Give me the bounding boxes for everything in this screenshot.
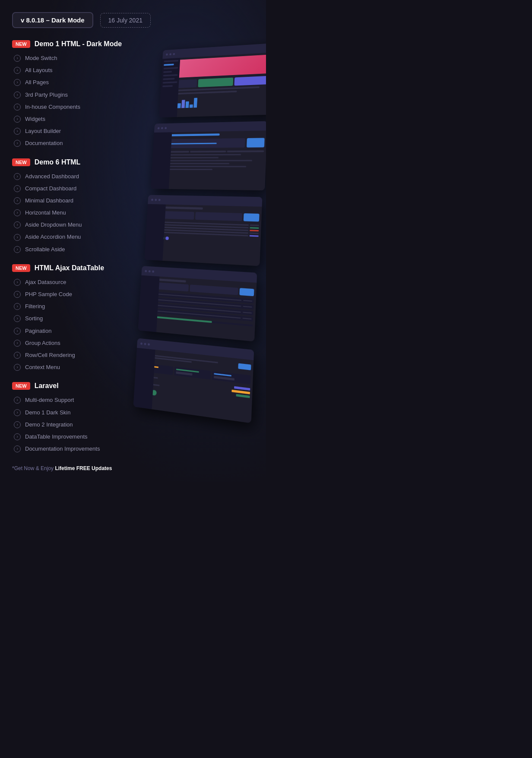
- section-header-datatable: New HTML Ajax DataTable: [12, 264, 133, 272]
- menu-item[interactable]: Layout Builder: [14, 125, 133, 137]
- new-badge-datatable: New: [12, 264, 30, 272]
- menu-item[interactable]: Filtering: [14, 300, 133, 313]
- screenshot-panel-5: [133, 338, 254, 423]
- section-header-demo1: New Demo 1 HTML - Dark Mode: [12, 40, 133, 48]
- menu-item[interactable]: All Pages: [14, 76, 133, 88]
- menu-item-label: Compact Dashboard: [25, 185, 76, 193]
- menu-item[interactable]: In-house Components: [14, 101, 133, 113]
- menu-item[interactable]: DataTable Improvements: [14, 431, 133, 443]
- menu-list-demo6: Advanced Dashboard Compact Dashboard Min…: [12, 171, 133, 256]
- menu-item[interactable]: Demo 2 Integration: [14, 419, 133, 431]
- menu-item-label: Group Actions: [25, 339, 60, 347]
- menu-item[interactable]: Documentation Improvements: [14, 443, 133, 455]
- menu-item[interactable]: Mode Switch: [14, 52, 133, 64]
- menu-item-label: All Layouts: [25, 66, 53, 74]
- chevron-icon: [14, 303, 21, 310]
- new-badge-demo6: New: [12, 158, 30, 166]
- menu-item-label: Documentation: [25, 139, 63, 147]
- menu-item[interactable]: Scrollable Aside: [14, 243, 133, 256]
- new-badge-demo1: New: [12, 40, 30, 48]
- menu-item[interactable]: All Layouts: [14, 64, 133, 76]
- section-title-demo6: Demo 6 HTML: [35, 158, 81, 166]
- menu-item-label: Mode Switch: [25, 54, 57, 62]
- chevron-icon: [14, 79, 21, 86]
- chevron-icon: [14, 291, 21, 298]
- chevron-icon: [14, 279, 21, 286]
- right-panel: [142, 40, 254, 411]
- screenshot-panel-1: [159, 43, 266, 118]
- menu-item-label: Aside Dropdown Menu: [25, 221, 82, 229]
- menu-item[interactable]: Multi-demo Support: [14, 394, 133, 406]
- menu-item-label: Advanced Dashboard: [25, 173, 79, 180]
- chevron-icon: [14, 315, 21, 322]
- menu-item[interactable]: Row/Cell Rendering: [14, 349, 133, 361]
- section-datatable: New HTML Ajax DataTable Ajax Datasource …: [12, 264, 133, 374]
- menu-item-label: 3rd Party Plugins: [25, 91, 68, 99]
- menu-item[interactable]: Aside Accordion Menu: [14, 231, 133, 243]
- main-layout: New Demo 1 HTML - Dark Mode Mode Switch …: [12, 40, 254, 471]
- chevron-icon: [14, 234, 21, 241]
- footer-text: *Get Now & Enjoy Lifetime FREE Updates: [12, 465, 133, 471]
- menu-item[interactable]: Demo 1 Dark Skin: [14, 407, 133, 419]
- chevron-icon: [14, 209, 21, 216]
- menu-item[interactable]: Minimal Dashboard: [14, 195, 133, 207]
- menu-item-label: Layout Builder: [25, 127, 61, 135]
- menu-item[interactable]: Pagination: [14, 325, 133, 337]
- new-badge-laravel: New: [12, 382, 30, 390]
- menu-list-laravel: Multi-demo Support Demo 1 Dark Skin Demo…: [12, 394, 133, 455]
- menu-item-label: Sorting: [25, 315, 43, 322]
- menu-item-label: In-house Components: [25, 103, 80, 111]
- menu-item[interactable]: Ajax Datasource: [14, 276, 133, 288]
- chevron-icon: [14, 55, 21, 62]
- chevron-icon: [14, 409, 21, 416]
- menu-list-datatable: Ajax Datasource PHP Sample Code Filterin…: [12, 276, 133, 374]
- screenshot-panel-2: [151, 121, 266, 191]
- chevron-icon: [14, 328, 21, 335]
- menu-list-demo1: Mode Switch All Layouts All Pages 3rd Pa…: [12, 52, 133, 150]
- chevron-icon: [14, 421, 21, 428]
- menu-item-label: Ajax Datasource: [25, 278, 66, 286]
- menu-item-label: Demo 1 Dark Skin: [25, 409, 70, 417]
- menu-item[interactable]: Advanced Dashboard: [14, 171, 133, 183]
- menu-item[interactable]: Documentation: [14, 137, 133, 149]
- chevron-icon: [14, 67, 21, 74]
- menu-item[interactable]: Context Menu: [14, 361, 133, 373]
- menu-item-label: Horizontal Menu: [25, 209, 66, 217]
- menu-item[interactable]: Widgets: [14, 113, 133, 125]
- chevron-icon: [14, 116, 21, 123]
- menu-item[interactable]: Aside Dropdown Menu: [14, 219, 133, 231]
- chevron-icon: [14, 246, 21, 253]
- menu-item-label: Context Menu: [25, 363, 60, 371]
- date-badge: 16 July 2021: [100, 13, 151, 28]
- menu-item-label: Pagination: [25, 327, 51, 335]
- chevron-icon: [14, 221, 21, 228]
- menu-item-label: Minimal Dashboard: [25, 197, 73, 205]
- menu-item-label: PHP Sample Code: [25, 291, 72, 298]
- menu-item[interactable]: Group Actions: [14, 337, 133, 349]
- menu-item[interactable]: Horizontal Menu: [14, 207, 133, 219]
- chevron-icon: [14, 445, 21, 452]
- chevron-icon: [14, 352, 21, 359]
- menu-item-label: Row/Cell Rendering: [25, 351, 75, 359]
- menu-item[interactable]: 3rd Party Plugins: [14, 89, 133, 101]
- menu-item[interactable]: Compact Dashboard: [14, 183, 133, 195]
- section-demo1: New Demo 1 HTML - Dark Mode Mode Switch …: [12, 40, 133, 150]
- left-panel: New Demo 1 HTML - Dark Mode Mode Switch …: [12, 40, 133, 471]
- chevron-icon: [14, 92, 21, 98]
- menu-item[interactable]: PHP Sample Code: [14, 288, 133, 300]
- menu-item[interactable]: Sorting: [14, 313, 133, 325]
- chevron-icon: [14, 104, 21, 111]
- header: v 8.0.18 – Dark Mode 16 July 2021: [12, 12, 254, 28]
- chevron-icon: [14, 340, 21, 347]
- menu-item-label: DataTable Improvements: [25, 433, 88, 441]
- chevron-icon: [14, 185, 21, 192]
- menu-item-label: All Pages: [25, 79, 49, 86]
- chevron-icon: [14, 197, 21, 204]
- screenshot-panel-3: [144, 195, 262, 266]
- menu-item-label: Documentation Improvements: [25, 445, 100, 453]
- chevron-icon: [14, 364, 21, 371]
- version-badge: v 8.0.18 – Dark Mode: [12, 12, 93, 28]
- section-header-demo6: New Demo 6 HTML: [12, 158, 133, 166]
- section-demo6: New Demo 6 HTML Advanced Dashboard Compa…: [12, 158, 133, 256]
- chevron-icon: [14, 173, 21, 180]
